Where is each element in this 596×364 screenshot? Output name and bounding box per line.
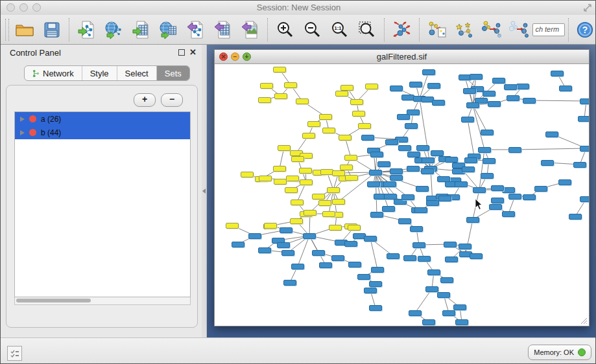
graph-node-blue[interactable] [445,157,458,163]
graph-node-blue[interactable] [390,168,403,174]
save-session-button[interactable] [38,17,66,43]
graph-node-yellow[interactable] [327,187,340,193]
graph-node-yellow[interactable] [264,223,277,229]
graph-node-blue[interactable] [438,196,451,201]
graph-node-blue[interactable] [558,179,571,185]
graph-node-blue[interactable] [414,207,427,213]
graph-node-blue[interactable] [508,147,521,153]
graph-node-blue[interactable] [361,135,374,141]
zoom-actual-button[interactable]: 1:1 [326,17,353,43]
graph-node-blue[interactable] [444,242,457,247]
network-window[interactable]: ✕ − + galFiltered.sif [214,49,590,326]
graph-node-yellow[interactable] [350,99,363,105]
graph-node-blue[interactable] [483,158,495,164]
graph-node-blue[interactable] [523,194,536,200]
add-set-button[interactable]: + [134,93,156,107]
graph-node-yellow[interactable] [322,211,335,217]
graph-node-blue[interactable] [369,281,382,287]
task-history-button[interactable] [7,346,22,361]
graph-node-blue[interactable] [410,226,423,232]
resize-grip-icon[interactable] [580,317,588,324]
graph-node-blue[interactable] [432,100,445,106]
import-table-file-button[interactable] [128,17,155,43]
set-list-item[interactable]: a (26) [15,112,190,126]
graph-node-blue[interactable] [319,262,332,268]
graph-node-blue[interactable] [232,242,244,247]
graph-node-blue[interactable] [488,101,501,107]
remove-set-button[interactable]: − [161,93,183,107]
graph-node-blue[interactable] [387,253,399,259]
graph-node-blue[interactable] [416,145,429,151]
graph-node-blue[interactable] [459,244,471,249]
graph-node-blue[interactable] [407,152,420,157]
close-panel-icon[interactable]: ✕ [189,48,197,57]
graph-node-blue[interactable] [478,147,491,153]
graph-node-blue[interactable] [427,83,440,89]
graph-node-blue[interactable] [422,319,435,325]
graph-node-blue[interactable] [481,173,494,179]
graph-node-blue[interactable] [344,241,357,247]
show-all-button[interactable] [505,17,532,43]
graph-node-blue[interactable] [492,78,505,84]
export-image-button[interactable] [237,17,264,43]
graph-node-blue[interactable] [516,84,529,89]
graph-node-blue[interactable] [481,130,494,135]
graph-node-yellow[interactable] [258,97,271,103]
graph-node-blue[interactable] [464,157,477,163]
graph-node-blue[interactable] [403,255,416,261]
graph-node-blue[interactable] [504,84,517,90]
graph-node-blue[interactable] [455,319,468,325]
graph-node-yellow[interactable] [335,91,348,97]
zoom-in-button[interactable] [272,17,299,43]
graph-node-blue[interactable] [398,218,411,224]
graph-node-yellow[interactable] [260,83,273,89]
graph-node-yellow[interactable] [259,176,272,181]
graph-node-blue[interactable] [569,214,582,220]
graph-node-blue[interactable] [534,186,547,192]
graph-node-blue[interactable] [502,211,515,217]
graph-node-yellow[interactable] [290,218,303,224]
select-first-neighbors-button[interactable] [451,17,478,43]
graph-node-blue[interactable] [559,85,572,91]
graph-node-blue[interactable] [364,236,377,242]
graph-node-blue[interactable] [466,102,479,108]
import-network-web-button[interactable] [101,17,128,43]
graph-node-yellow[interactable] [299,168,312,174]
graph-node-blue[interactable] [248,233,261,239]
graph-node-blue[interactable] [370,212,383,218]
graph-node-blue[interactable] [397,114,410,120]
graph-node-blue[interactable] [357,274,370,280]
graph-node-blue[interactable] [580,98,589,104]
graph-node-blue[interactable] [507,95,519,101]
graph-node-blue[interactable] [523,98,536,104]
graph-node-blue[interactable] [369,170,382,176]
graph-node-blue[interactable] [281,250,294,256]
zoom-out-button[interactable] [299,17,326,43]
graph-node-blue[interactable] [508,194,521,199]
sets-horizontal-scrollbar[interactable] [14,297,191,305]
scrollbar-thumb[interactable] [16,299,91,302]
import-table-web-button[interactable] [155,17,182,43]
graph-node-blue[interactable] [280,227,292,233]
zoom-fit-selected-button[interactable] [353,17,381,43]
graph-node-yellow[interactable] [284,82,297,88]
graph-node-blue[interactable] [461,117,474,122]
graph-node-yellow[interactable] [319,114,332,120]
graph-node-blue[interactable] [412,242,425,248]
graph-node-blue[interactable] [409,310,422,316]
graph-node-blue[interactable] [445,256,458,262]
graph-node-blue[interactable] [370,152,383,157]
graph-node-yellow[interactable] [278,145,291,151]
graph-node-blue[interactable] [401,95,414,100]
graph-node-yellow[interactable] [358,123,371,129]
graph-node-blue[interactable] [425,286,438,292]
graph-node-yellow[interactable] [352,111,365,117]
graph-node-yellow[interactable] [345,175,358,181]
graph-node-blue[interactable] [453,304,466,310]
graph-node-yellow[interactable] [304,210,316,216]
graph-node-blue[interactable] [367,181,380,187]
export-network-button[interactable] [182,17,209,43]
graph-node-yellow[interactable] [307,121,320,127]
graph-node-blue[interactable] [473,187,486,193]
graph-node-yellow[interactable] [302,133,315,139]
